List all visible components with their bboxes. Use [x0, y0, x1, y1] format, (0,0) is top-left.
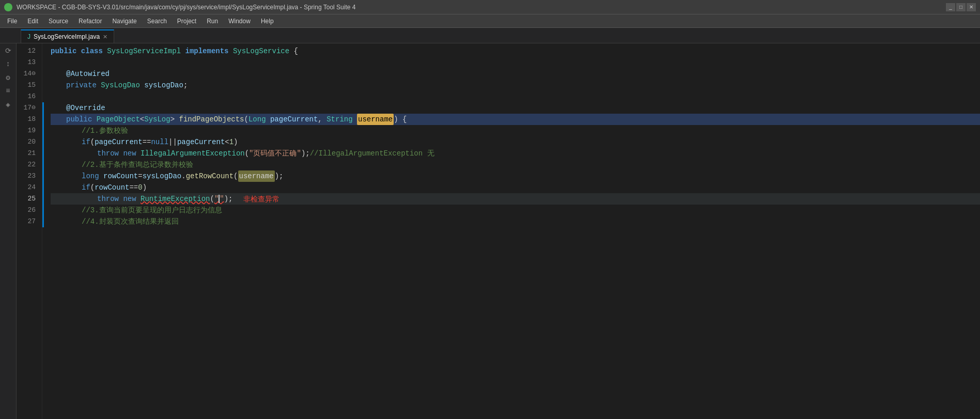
menu-bar: File Edit Source Refactor Navigate Searc… [0, 14, 980, 28]
gutter-icon-1[interactable]: ⟳ [3, 45, 13, 56]
red-annotation: 非检查异常 [243, 193, 279, 205]
ln-17: 17⊖ [17, 102, 36, 114]
code-line-26: //3.查询当前页要呈现的用户日志行为信息 [51, 205, 980, 216]
code-line-13 [51, 57, 980, 68]
editor-container: ⟳ ↕ ⚙ ≡ ◈ 12 13 14⊖ 15 16 17⊖ 18 19 20 2… [0, 43, 980, 419]
ln-23: 23 [17, 170, 36, 182]
ln-22: 22 [17, 159, 36, 170]
ln-19: 19 [17, 125, 36, 136]
menu-navigate[interactable]: Navigate [107, 17, 142, 26]
ln-13: 13 [17, 57, 36, 68]
code-line-21: throw new IllegalArgumentException( "页码值… [51, 148, 980, 159]
ln-14: 14⊖ [17, 68, 36, 80]
maximize-button[interactable]: □ [956, 3, 966, 11]
menu-project[interactable]: Project [172, 17, 201, 26]
username-highlight-2: username [238, 170, 275, 182]
tab-icon: J [27, 33, 30, 40]
code-line-25: throw new RuntimeException( " " ); 非检查异常 [51, 193, 980, 205]
close-button[interactable]: ✕ [967, 3, 976, 11]
menu-window[interactable]: Window [223, 17, 256, 26]
code-area[interactable]: 12 13 14⊖ 15 16 17⊖ 18 19 20 21 22 23 24… [17, 43, 980, 419]
tab-syslogserviceimpl[interactable]: J SysLogServiceImpl.java ✕ [21, 29, 114, 43]
menu-run[interactable]: Run [201, 17, 223, 26]
gutter-icon-4[interactable]: ≡ [3, 86, 13, 96]
code-line-14: @Autowired [51, 68, 980, 80]
ln-26: 26 [17, 205, 36, 216]
line-numbers: 12 13 14⊖ 15 16 17⊖ 18 19 20 21 22 23 24… [17, 43, 42, 419]
ln-27: 27 [17, 216, 36, 227]
window-title: WORKSPACE - CGB-DB-SYS-V3.01/src/main/ja… [17, 4, 355, 11]
code-line-15: private SysLogDao sysLogDao; [51, 80, 980, 91]
tab-bar: J SysLogServiceImpl.java ✕ [0, 28, 980, 43]
code-line-19: //1.参数校验 [51, 125, 980, 136]
app-icon [4, 3, 12, 11]
code-line-27: //4.封装页次查询结果并返回 [51, 216, 980, 227]
window-controls: _ □ ✕ [946, 3, 976, 11]
ln-15: 15 [17, 80, 36, 91]
tab-label: SysLogServiceImpl.java [34, 33, 100, 40]
gutter-icon-3[interactable]: ⚙ [3, 72, 13, 83]
code-line-20: if( pageCurrent== null|| pageCurrent< 1) [51, 136, 980, 148]
ln-21: 21 [17, 148, 36, 159]
gutter-icon-5[interactable]: ◈ [3, 99, 13, 110]
gutter-icon-2[interactable]: ↕ [3, 59, 13, 69]
menu-help[interactable]: Help [256, 17, 279, 26]
code-line-24: if( rowCount== 0) [51, 182, 980, 193]
code-line-12: public class SysLogServiceImpl implement… [51, 45, 980, 57]
code-line-22: //2.基于条件查询总记录数并校验 [51, 159, 980, 170]
menu-file[interactable]: File [2, 17, 22, 26]
title-bar: WORKSPACE - CGB-DB-SYS-V3.01/src/main/ja… [0, 0, 980, 14]
ln-25: 25 [17, 193, 36, 205]
menu-source[interactable]: Source [43, 17, 73, 26]
code-line-18: public PageObject<SysLog> findPageObject… [51, 114, 980, 125]
ln-12: 12 [17, 45, 36, 57]
username-highlight: username [357, 114, 394, 125]
code-line-16 [51, 91, 980, 102]
code-editor[interactable]: public class SysLogServiceImpl implement… [42, 43, 980, 419]
code-line-23: long rowCount= sysLogDao. getRowCount( u… [51, 170, 980, 182]
tab-close-button[interactable]: ✕ [103, 34, 107, 40]
ln-20: 20 [17, 136, 36, 148]
ln-24: 24 [17, 182, 36, 193]
ln-16: 16 [17, 91, 36, 102]
minimize-button[interactable]: _ [946, 3, 955, 11]
left-gutter: ⟳ ↕ ⚙ ≡ ◈ [0, 43, 17, 419]
code-line-17: @Override [51, 102, 980, 114]
menu-search[interactable]: Search [142, 17, 172, 26]
menu-edit[interactable]: Edit [22, 17, 43, 26]
ln-18: 18 [17, 114, 36, 125]
menu-refactor[interactable]: Refactor [73, 17, 107, 26]
